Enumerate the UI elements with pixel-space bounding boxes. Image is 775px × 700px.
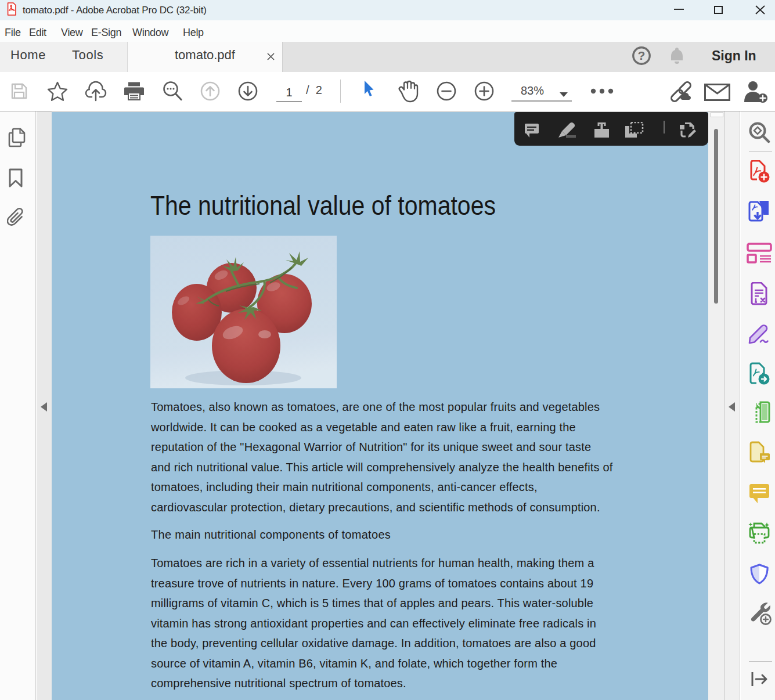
svg-text:?: ? bbox=[638, 49, 646, 62]
